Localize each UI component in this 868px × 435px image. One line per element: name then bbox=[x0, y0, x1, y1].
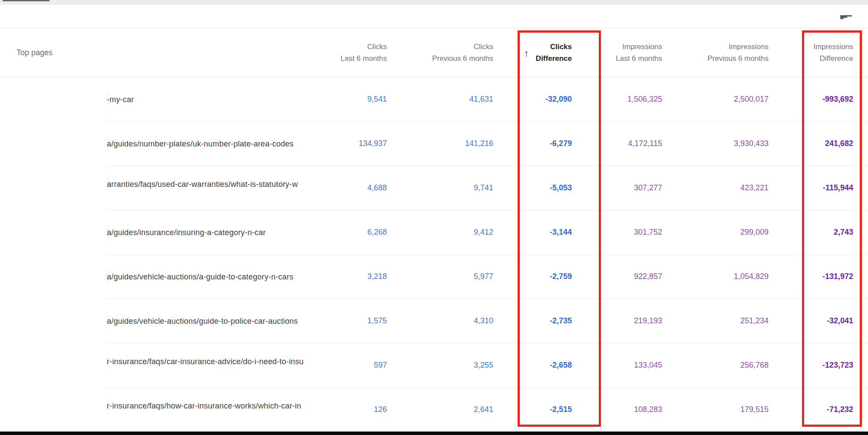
clicks-last-6-months-value: 126 bbox=[304, 388, 387, 432]
header-line-1: Impressions bbox=[707, 41, 769, 53]
table-row: arranties/faqs/used-car-warranties/what-… bbox=[0, 166, 868, 210]
clicks-previous-6-months-value: 9,412 bbox=[387, 210, 493, 254]
header-line-2: Previous 6 months bbox=[707, 53, 769, 64]
impressions-last-6-months-value: 307,277 bbox=[601, 166, 662, 210]
clicks-last-6-months-value: 1,575 bbox=[304, 299, 387, 343]
header-line-1: Clicks bbox=[432, 41, 493, 53]
column-header-label: Impressions Last 6 months bbox=[616, 41, 662, 64]
clicks-previous-6-months-value: 2,641 bbox=[387, 388, 493, 432]
clicks-last-6-months-value: 9,541 bbox=[304, 77, 387, 121]
table-row: a/guides/insurance/insuring-a-category-n… bbox=[0, 210, 868, 255]
table-row: r-insurance/faqs/how-car-insurance-works… bbox=[0, 388, 868, 432]
redacted-left-column-overlay bbox=[0, 77, 107, 432]
impressions-last-6-months-value: 1,506,325 bbox=[601, 77, 662, 121]
clicks-previous-6-months-value: 3,255 bbox=[387, 343, 493, 387]
clicks-difference-highlight-box bbox=[518, 30, 601, 427]
clicks-last-6-months-value: 3,218 bbox=[304, 255, 387, 299]
column-header-label: Clicks Previous 6 months bbox=[432, 41, 493, 64]
filter-list-icon bbox=[840, 15, 852, 19]
impressions-previous-6-months-value: 423,221 bbox=[662, 166, 769, 210]
impressions-previous-6-months-value: 1,054,829 bbox=[662, 255, 769, 299]
page-url: -my-car bbox=[107, 95, 134, 104]
header-line-2: Previous 6 months bbox=[432, 53, 493, 64]
header-line-1: Impressions bbox=[616, 41, 662, 53]
table-row: a/guides/number-plates/uk-number-plate-a… bbox=[0, 122, 868, 166]
filter-button[interactable] bbox=[838, 10, 853, 24]
impressions-previous-6-months-value: 3,930,433 bbox=[662, 122, 769, 166]
clicks-last-6-months-value: 4,688 bbox=[304, 166, 387, 210]
column-header-label: Impressions Previous 6 months bbox=[707, 41, 769, 64]
table-row: -my-car 9,541 41,631 -32,090 1,506,325 2… bbox=[0, 77, 868, 122]
clicks-previous-6-months-value: 141,216 bbox=[387, 122, 493, 166]
column-header-clicks-last-6-months[interactable]: Clicks Last 6 months bbox=[304, 28, 387, 77]
top-pages-label: Top pages bbox=[17, 47, 53, 59]
clicks-last-6-months-value: 6,268 bbox=[304, 210, 387, 254]
page-url: a/guides/vehicle-auctions/guide-to-polic… bbox=[107, 316, 298, 325]
page-url: r-insurance/faqs/how-car-insurance-works… bbox=[107, 401, 301, 410]
header-line-1: Clicks bbox=[340, 41, 387, 53]
filter-bar-bottom bbox=[840, 18, 844, 19]
impressions-previous-6-months-value: 256,768 bbox=[662, 343, 769, 387]
top-edge-artifact bbox=[3, 0, 50, 1]
clicks-previous-6-months-value: 9,741 bbox=[387, 166, 493, 210]
column-header-clicks-previous-6-months[interactable]: Clicks Previous 6 months bbox=[387, 28, 493, 77]
clicks-last-6-months-value: 134,937 bbox=[304, 122, 387, 166]
impressions-difference-highlight-box bbox=[802, 30, 862, 427]
column-header-top-pages[interactable]: Top pages bbox=[0, 28, 304, 77]
table-row: a/guides/vehicle-auctions/a-guide-to-cat… bbox=[0, 255, 868, 299]
clicks-previous-6-months-value: 4,310 bbox=[387, 299, 493, 343]
impressions-previous-6-months-value: 179,515 bbox=[662, 388, 769, 432]
bottom-edge-band bbox=[0, 432, 868, 435]
impressions-previous-6-months-value: 2,500,017 bbox=[662, 77, 769, 121]
page-url: a/guides/number-plates/uk-number-plate-a… bbox=[107, 139, 294, 148]
table-header: Top pages Clicks Last 6 months Clicks Pr… bbox=[0, 28, 868, 77]
impressions-last-6-months-value: 108,283 bbox=[601, 388, 662, 432]
table-right-edge bbox=[862, 28, 863, 432]
impressions-last-6-months-value: 219,193 bbox=[601, 299, 662, 343]
impressions-previous-6-months-value: 251,234 bbox=[662, 299, 769, 343]
clicks-previous-6-months-value: 5,977 bbox=[387, 255, 493, 299]
column-header-impressions-last-6-months[interactable]: Impressions Last 6 months bbox=[601, 28, 662, 77]
header-line-2: Last 6 months bbox=[340, 53, 387, 64]
toolbar bbox=[0, 5, 868, 28]
clicks-last-6-months-value: 597 bbox=[304, 343, 387, 387]
page-url: a/guides/insurance/insuring-a-category-n… bbox=[107, 228, 266, 237]
impressions-last-6-months-value: 4,172,115 bbox=[601, 122, 662, 166]
impressions-last-6-months-value: 301,752 bbox=[601, 210, 662, 254]
column-header-label: Clicks Last 6 months bbox=[340, 41, 387, 64]
column-header-impressions-previous-6-months[interactable]: Impressions Previous 6 months bbox=[662, 28, 769, 77]
clicks-previous-6-months-value: 41,631 bbox=[387, 77, 493, 121]
page-url: a/guides/vehicle-auctions/a-guide-to-cat… bbox=[107, 272, 294, 281]
impressions-last-6-months-value: 133,045 bbox=[601, 343, 662, 387]
top-edge-band bbox=[0, 0, 868, 5]
impressions-previous-6-months-value: 299,009 bbox=[662, 210, 769, 254]
table-body: -my-car 9,541 41,631 -32,090 1,506,325 2… bbox=[0, 77, 868, 432]
page-url: r-insurance/faqs/car-insurance-advice/do… bbox=[107, 357, 304, 366]
search-console-compare-screenshot: Top pages Clicks Last 6 months Clicks Pr… bbox=[0, 0, 868, 435]
impressions-last-6-months-value: 922,857 bbox=[601, 255, 662, 299]
table-row: a/guides/vehicle-auctions/guide-to-polic… bbox=[0, 299, 868, 343]
page-url: arranties/faqs/used-car-warranties/what-… bbox=[107, 179, 298, 189]
table-row: r-insurance/faqs/car-insurance-advice/do… bbox=[0, 343, 868, 388]
header-line-2: Last 6 months bbox=[616, 53, 662, 64]
